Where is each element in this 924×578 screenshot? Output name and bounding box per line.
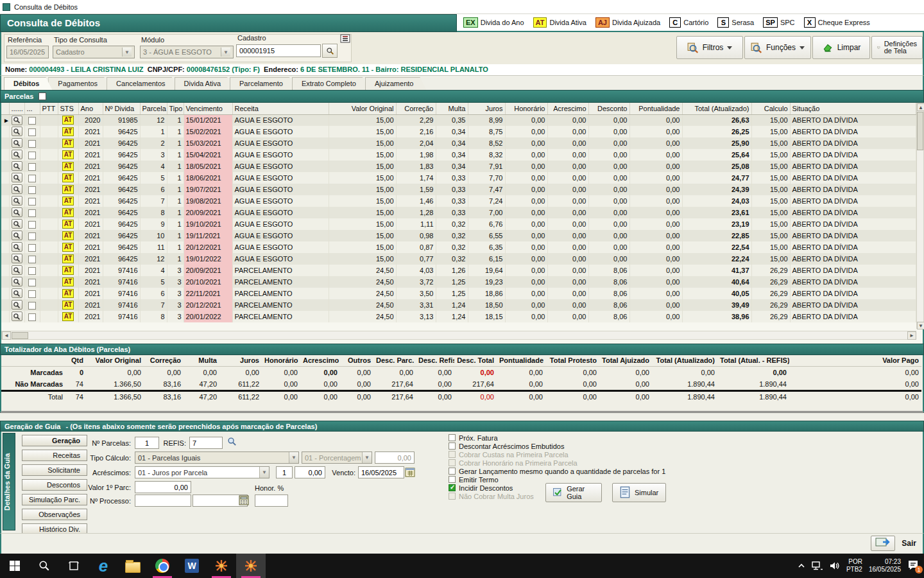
tab-ajuizamento[interactable]: Ajuizamento xyxy=(365,77,427,90)
tab-parcelamento[interactable]: Parcelamento xyxy=(230,77,296,90)
parcelas-checkbox[interactable] xyxy=(38,92,46,100)
row-checkbox[interactable] xyxy=(28,232,36,240)
row-search-button[interactable] xyxy=(12,288,22,298)
tab-extrato-completo[interactable]: Extrato Completo xyxy=(292,77,369,90)
row-search-button[interactable] xyxy=(12,300,22,310)
row-search-button[interactable] xyxy=(12,254,22,263)
acrescimos-select[interactable]: 01 - Juros por Parcela▼ xyxy=(135,466,270,478)
vertical-scroll-thumb[interactable] xyxy=(917,112,923,150)
row-search-button[interactable] xyxy=(12,277,22,286)
row-search-button[interactable] xyxy=(12,116,22,125)
column-header[interactable]: Valor Original xyxy=(329,103,396,114)
column-header[interactable]: Honorário xyxy=(505,103,547,114)
row-checkbox[interactable] xyxy=(28,175,36,182)
scroll-down-icon[interactable]: ▼ xyxy=(917,322,924,329)
clock[interactable]: 07:23 16/05/2025 xyxy=(869,558,901,574)
funcoes-button[interactable]: Funções xyxy=(744,36,811,59)
chrome-icon[interactable] xyxy=(148,554,177,578)
column-header[interactable]: Receita xyxy=(232,103,329,114)
filtros-button[interactable]: Filtros xyxy=(676,36,743,59)
internet-explorer-icon[interactable]: e xyxy=(89,554,118,578)
tipo-consulta-select[interactable]: Cadastro▼ xyxy=(53,46,135,58)
option-checkbox[interactable] xyxy=(449,476,456,483)
row-checkbox[interactable] xyxy=(28,198,36,206)
tab-divida-ativa[interactable]: Divida Ativa xyxy=(175,77,234,90)
modulo-select[interactable]: 3 - ÁGUA E ESGOTO▼ xyxy=(140,46,234,58)
geracao-nav-simula-o-parc-[interactable]: Simulação Parc. xyxy=(22,494,87,505)
calculator-icon[interactable] xyxy=(239,495,249,507)
column-header[interactable]: ...... xyxy=(9,103,24,114)
row-checkbox[interactable] xyxy=(28,163,36,171)
tab-débitos[interactable]: Débitos xyxy=(4,77,52,90)
network-icon[interactable] xyxy=(812,561,823,570)
row-checkbox[interactable] xyxy=(28,279,36,286)
geracao-nav-solicitante[interactable]: Solicitante xyxy=(22,464,87,476)
geracao-nav-descontos[interactable]: Descontos xyxy=(22,479,87,491)
column-header[interactable]: Tipo xyxy=(167,103,184,114)
detalhes-da-guia-tab[interactable]: Detalhes da Guia xyxy=(3,433,15,530)
geracao-nav-receitas[interactable]: Receitas xyxy=(22,450,87,461)
tray-chevron-icon[interactable] xyxy=(798,563,805,569)
option-checkbox[interactable] xyxy=(449,468,456,475)
column-header[interactable]: Calculo xyxy=(751,103,790,114)
row-checkbox[interactable] xyxy=(28,186,36,194)
app-icon-1[interactable] xyxy=(207,554,236,578)
row-search-button[interactable] xyxy=(12,207,22,217)
word-icon[interactable]: W xyxy=(177,554,207,578)
vencto-input[interactable] xyxy=(358,466,404,478)
row-checkbox[interactable] xyxy=(28,244,36,252)
list-icon[interactable] xyxy=(340,34,350,43)
row-checkbox[interactable] xyxy=(28,267,36,275)
row-checkbox[interactable] xyxy=(28,152,36,159)
column-header[interactable]: Acrescimo xyxy=(547,103,588,114)
row-search-button[interactable] xyxy=(12,138,22,148)
row-checkbox[interactable] xyxy=(28,256,36,263)
taskbar-search-button[interactable] xyxy=(30,554,59,578)
horizontal-scroll-thumb[interactable] xyxy=(12,332,28,339)
notifications-button[interactable]: 1 xyxy=(907,559,920,572)
tipo-calculo-percent-select[interactable]: 01 - Porcentagem▼ xyxy=(302,451,372,464)
tipo-calculo-select[interactable]: 01 - Parcelas Iguais▼ xyxy=(135,451,299,464)
sair-button[interactable] xyxy=(871,536,895,551)
column-header[interactable]: Pontualidade xyxy=(629,103,682,114)
acrescimos-qtd-input[interactable] xyxy=(276,466,293,478)
calendar-icon[interactable] xyxy=(405,467,415,478)
row-checkbox[interactable] xyxy=(28,313,36,321)
simular-button[interactable]: Simular xyxy=(612,483,666,502)
scroll-up-icon[interactable]: ▲ xyxy=(917,103,924,111)
row-checkbox[interactable] xyxy=(28,209,36,217)
gerar-guia-button[interactable]: Gerar Guia xyxy=(545,483,602,502)
column-header[interactable]: Multa xyxy=(436,103,468,114)
option-checkbox[interactable] xyxy=(449,442,456,450)
app-icon-2-active[interactable] xyxy=(236,554,266,578)
column-header[interactable]: PTT xyxy=(40,103,58,114)
scroll-left-icon[interactable]: ◄ xyxy=(2,331,11,340)
row-search-button[interactable] xyxy=(12,196,22,206)
speaker-icon[interactable] xyxy=(830,561,840,570)
row-search-button[interactable] xyxy=(12,150,22,159)
option-checkbox[interactable] xyxy=(449,434,456,441)
n-parcelas-input[interactable] xyxy=(135,437,159,449)
row-search-button[interactable] xyxy=(12,161,22,171)
referencia-field[interactable] xyxy=(6,46,49,58)
column-header[interactable]: Desconto xyxy=(588,103,629,114)
row-checkbox[interactable] xyxy=(28,140,36,148)
n-processo-input[interactable] xyxy=(135,495,191,507)
horizontal-scrollbar[interactable]: ◄ ► xyxy=(1,331,916,340)
start-button[interactable] xyxy=(0,554,30,578)
column-header[interactable]: Correção xyxy=(396,103,436,114)
limpar-button[interactable]: Limpar xyxy=(812,36,870,59)
column-header[interactable]: Nº Divida xyxy=(103,103,140,114)
tab-cancelamentos[interactable]: Cancelamentos xyxy=(107,77,178,90)
valor-primeira-parcela-input[interactable] xyxy=(135,481,191,493)
honor-input[interactable] xyxy=(255,495,288,507)
tipo-calculo-percent-value[interactable] xyxy=(375,451,415,464)
row-search-button[interactable] xyxy=(12,173,22,182)
refis-input[interactable] xyxy=(189,437,223,449)
row-search-button[interactable] xyxy=(12,127,22,136)
scroll-right-icon[interactable]: ► xyxy=(907,331,916,340)
column-header[interactable]: ... xyxy=(24,103,40,114)
column-header[interactable]: Situação xyxy=(790,103,916,114)
row-checkbox[interactable] xyxy=(28,128,36,136)
row-search-button[interactable] xyxy=(12,242,22,252)
